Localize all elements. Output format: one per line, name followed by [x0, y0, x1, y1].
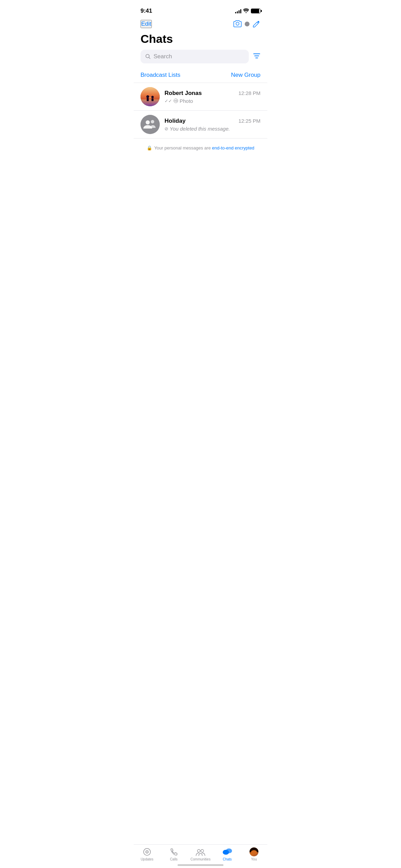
chat-content-robert-jonas: Robert Jonas 12:28 PM ✓✓ Photo [165, 90, 260, 104]
chat-time-holiday: 12:25 PM [239, 118, 260, 124]
new-group-button[interactable]: New Group [231, 72, 260, 79]
notification-dot [245, 22, 250, 26]
encryption-prefix: Your personal messages are [154, 145, 212, 150]
svg-point-9 [141, 115, 160, 134]
svg-rect-2 [141, 99, 160, 106]
svg-point-6 [151, 96, 154, 98]
chat-name-holiday: Holiday [165, 118, 185, 124]
status-time: 9:41 [141, 8, 152, 14]
page-title: Chats [134, 31, 267, 50]
nav-icons [233, 20, 260, 28]
avatar-robert-jonas [141, 87, 160, 106]
compose-button[interactable] [252, 20, 260, 28]
battery-icon [251, 9, 260, 13]
compose-icon [252, 20, 260, 28]
camera-button[interactable] [233, 20, 242, 28]
chat-item-robert-jonas[interactable]: Robert Jonas 12:28 PM ✓✓ Photo [134, 83, 267, 111]
chat-preview-robert-jonas: ✓✓ Photo [165, 98, 260, 104]
deleted-message-text: You deleted this message. [170, 126, 230, 132]
lock-icon: 🔒 [147, 145, 152, 150]
read-receipt-icon: ✓✓ [165, 98, 172, 104]
svg-rect-3 [149, 97, 151, 98]
status-bar: 9:41 [134, 0, 267, 17]
search-input[interactable] [154, 53, 244, 60]
svg-point-10 [146, 120, 150, 124]
search-icon [145, 54, 151, 59]
chat-name-robert-jonas: Robert Jonas [165, 90, 202, 97]
chat-item-holiday[interactable]: Holiday 12:25 PM ⊘ You deleted this mess… [134, 111, 267, 138]
svg-point-8 [174, 99, 178, 103]
chat-time-robert-jonas: 12:28 PM [239, 90, 260, 96]
svg-rect-5 [147, 98, 149, 101]
broadcast-lists-button[interactable]: Broadcast Lists [141, 72, 180, 79]
svg-rect-7 [151, 98, 154, 101]
no-entry-icon: ⊘ [165, 126, 168, 131]
encryption-link[interactable]: end-to-end encrypted [212, 145, 255, 150]
camera-preview-icon [173, 98, 178, 103]
avatar-holiday [141, 115, 160, 134]
search-bar[interactable] [141, 50, 249, 63]
nav-bar: Edit [134, 17, 267, 31]
svg-point-11 [151, 120, 154, 123]
camera-icon [233, 20, 242, 28]
search-container [134, 50, 267, 63]
encryption-notice: 🔒 Your personal messages are end-to-end … [134, 138, 267, 157]
action-row: Broadcast Lists New Group [134, 69, 267, 83]
status-icons [235, 8, 260, 14]
edit-button[interactable]: Edit [141, 20, 152, 28]
signal-icon [235, 9, 241, 13]
chat-content-holiday: Holiday 12:25 PM ⊘ You deleted this mess… [165, 118, 260, 132]
wifi-icon [243, 8, 249, 14]
chat-preview-holiday: ⊘ You deleted this message. [165, 126, 260, 132]
chat-list: Robert Jonas 12:28 PM ✓✓ Photo [134, 83, 267, 138]
svg-point-4 [146, 95, 149, 98]
filter-icon[interactable] [253, 52, 260, 61]
